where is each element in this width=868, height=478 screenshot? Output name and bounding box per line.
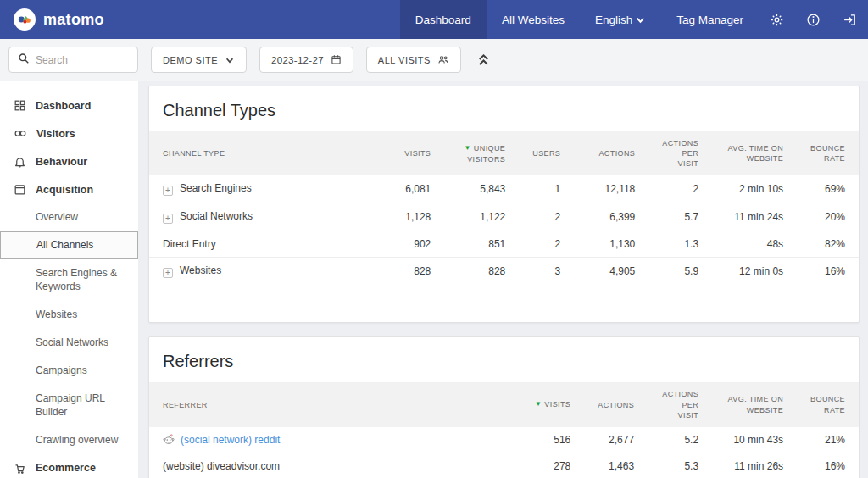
sidebar-item-campaigns[interactable]: Campaigns xyxy=(0,357,138,385)
row-label: (website) diveadvisor.com xyxy=(163,460,280,472)
nav-tag-manager[interactable]: Tag Manager xyxy=(661,0,759,39)
row-label: Search Engines xyxy=(180,182,252,194)
table-row[interactable]: +Search Engines 6,081 5,843 1 12,118 2 2… xyxy=(149,175,859,203)
search-icon xyxy=(18,53,30,68)
sidebar-item-social-networks[interactable]: Social Networks xyxy=(0,329,138,357)
sidebar: Dashboard Visitors Behaviour Acquisition… xyxy=(0,81,138,478)
column-header-avg-time[interactable]: Avg. Time on Website xyxy=(712,131,797,175)
help-info-icon[interactable] xyxy=(795,0,832,39)
segment-label: ALL VISITS xyxy=(378,55,431,65)
sidebar-item-crawling-overview[interactable]: Crawling overview xyxy=(0,426,138,454)
sidebar-item-visitors[interactable]: Visitors xyxy=(0,119,138,147)
segment-selector-button[interactable]: ALL VISITS xyxy=(366,47,461,73)
expand-row-icon[interactable]: + xyxy=(163,214,173,224)
sidebar-item-campaign-url-builder[interactable]: Campaign URL Builder xyxy=(0,385,138,427)
channel-types-panel: Channel Types Channel Type Visits ▼Uniqu… xyxy=(148,86,860,323)
sidebar-item-acquisition[interactable]: Acquisition xyxy=(0,175,138,203)
calendar-icon xyxy=(331,54,342,65)
table-row[interactable]: +Social Networks 1,128 1,122 2 6,399 5.7… xyxy=(149,203,859,231)
column-header-bounce-rate[interactable]: Bounce Rate xyxy=(797,131,859,175)
content-area: Channel Types Channel Type Visits ▼Uniqu… xyxy=(138,81,868,478)
row-label: Direct Entry xyxy=(163,238,216,250)
table-row[interactable]: (social network) reddit 516 2,677 5.2 10… xyxy=(149,427,859,453)
referrers-panel: Referrers Referrer ▼Visits Actions Actio… xyxy=(148,336,860,478)
table-row[interactable]: +Websites 828 828 3 4,905 5.9 12 min 0s … xyxy=(149,258,859,286)
sidebar-item-search-engines-keywords[interactable]: Search Engines & Keywords xyxy=(0,259,138,302)
sidebar-item-ecommerce[interactable]: Ecommerce xyxy=(0,454,138,478)
row-label: Websites xyxy=(180,264,221,276)
search-input[interactable] xyxy=(36,54,129,66)
nav-language-selector[interactable]: English xyxy=(580,0,661,39)
shopping-cart-icon xyxy=(14,462,26,475)
panel-bottom-padding xyxy=(149,285,859,322)
expand-row-icon[interactable]: + xyxy=(163,186,173,196)
settings-gear-icon[interactable] xyxy=(759,0,795,39)
table-row[interactable]: (website) diveadvisor.com 278 1,463 5.3 … xyxy=(149,453,859,478)
column-header-avg-time[interactable]: Avg. Time on Website xyxy=(712,382,797,426)
sidebar-item-label: Behaviour xyxy=(36,156,87,168)
visitors-icon xyxy=(14,127,27,140)
toolbar: DEMO SITE 2023-12-27 ALL VISITS xyxy=(0,39,868,81)
visitors-segment-icon xyxy=(437,54,449,65)
column-header-visits[interactable]: ▼Visits xyxy=(515,382,584,426)
sidebar-item-websites[interactable]: Websites xyxy=(0,301,138,329)
site-selector-label: DEMO SITE xyxy=(163,55,218,65)
nav-dashboard[interactable]: Dashboard xyxy=(400,0,487,39)
top-navbar: matomo Dashboard All Websites English Ta… xyxy=(0,0,868,39)
column-header-actions-per-visit[interactable]: Actions per Visit xyxy=(648,382,712,426)
bell-icon xyxy=(14,155,26,168)
matomo-logo-icon xyxy=(14,8,36,31)
sidebar-item-overview[interactable]: Overview xyxy=(0,203,138,231)
panel-title: Referrers xyxy=(149,337,859,382)
table-header-row: Referrer ▼Visits Actions Actions per Vis… xyxy=(149,382,859,426)
sidebar-item-label: Visitors xyxy=(36,128,75,140)
double-chevron-up-icon xyxy=(477,53,490,67)
nav-all-websites[interactable]: All Websites xyxy=(487,0,580,39)
column-header-actions[interactable]: Actions xyxy=(574,131,648,175)
table-row[interactable]: Direct Entry 902 851 2 1,130 1.3 48s 82% xyxy=(149,231,859,258)
chevron-down-icon xyxy=(635,14,646,25)
table-header-row: Channel Type Visits ▼Unique Visitors Use… xyxy=(149,131,859,175)
column-header-actions[interactable]: Actions xyxy=(584,382,648,426)
archive-box-icon xyxy=(14,183,26,196)
channel-types-table: Channel Type Visits ▼Unique Visitors Use… xyxy=(149,131,859,285)
site-selector-button[interactable]: DEMO SITE xyxy=(151,47,247,73)
chevron-down-icon xyxy=(225,55,235,65)
sidebar-item-label: Dashboard xyxy=(36,100,91,112)
matomo-logo[interactable]: matomo xyxy=(0,0,118,39)
sidebar-item-behaviour[interactable]: Behaviour xyxy=(0,147,138,175)
referrer-link[interactable]: (social network) reddit xyxy=(181,434,280,446)
column-header-channel-type[interactable]: Channel Type xyxy=(149,131,376,175)
sort-desc-icon: ▼ xyxy=(535,400,542,408)
column-header-referrer[interactable]: Referrer xyxy=(149,382,515,426)
collapse-toolbar-button[interactable] xyxy=(474,53,493,67)
brand-name: matomo xyxy=(43,11,104,29)
reddit-icon xyxy=(163,434,175,445)
column-header-visits[interactable]: Visits xyxy=(376,131,444,175)
column-header-actions-per-visit[interactable]: Actions per Visit xyxy=(648,131,712,175)
panel-title: Channel Types xyxy=(149,86,859,131)
sidebar-item-dashboard[interactable]: Dashboard xyxy=(0,92,138,119)
referrers-table: Referrer ▼Visits Actions Actions per Vis… xyxy=(149,382,859,478)
column-header-bounce-rate[interactable]: Bounce Rate xyxy=(797,382,859,426)
dashboard-grid-icon xyxy=(14,99,26,112)
date-range-label: 2023-12-27 xyxy=(271,55,324,65)
column-header-unique-visitors[interactable]: ▼Unique Visitors xyxy=(444,131,519,175)
sidebar-item-label: Acquisition xyxy=(36,184,93,196)
column-header-users[interactable]: Users xyxy=(519,131,574,175)
expand-row-icon[interactable]: + xyxy=(163,268,173,278)
date-range-button[interactable]: 2023-12-27 xyxy=(259,47,353,73)
sidebar-item-label: Ecommerce xyxy=(36,462,96,474)
sort-desc-icon: ▼ xyxy=(465,144,471,152)
nav-language-label: English xyxy=(595,14,632,26)
row-label: Social Networks xyxy=(180,210,253,222)
logout-icon[interactable] xyxy=(832,0,868,39)
search-input-wrapper[interactable] xyxy=(8,47,138,73)
sidebar-item-all-channels[interactable]: All Channels xyxy=(0,231,138,259)
